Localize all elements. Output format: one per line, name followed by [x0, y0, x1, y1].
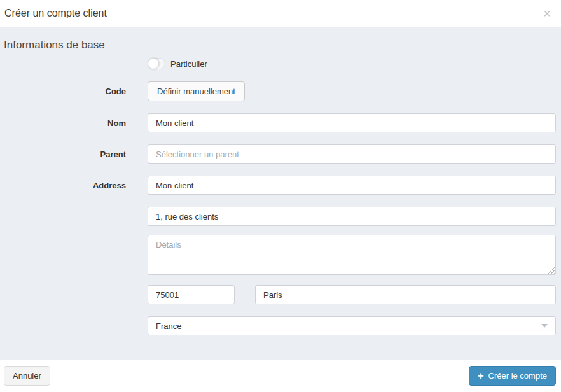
country-row: France — [4, 316, 556, 335]
nom-input[interactable] — [148, 113, 556, 132]
details-textarea-wrap — [148, 235, 556, 275]
country-select-value: France — [156, 321, 181, 331]
postal-city-control — [148, 285, 556, 304]
details-textarea[interactable] — [148, 235, 556, 275]
code-label: Code — [4, 87, 126, 96]
modal-body: Informations de base Particulier Code Dé… — [0, 27, 561, 360]
address-control — [148, 176, 556, 195]
street-row — [4, 207, 556, 226]
postal-code-input[interactable] — [148, 285, 235, 304]
parent-input[interactable] — [148, 144, 556, 164]
parent-control — [148, 144, 556, 164]
modal-header: Créer un compte client × — [0, 0, 561, 27]
define-manually-button[interactable]: Définir manuellement — [148, 81, 245, 101]
nom-control — [148, 113, 556, 132]
parent-row: Parent — [4, 144, 556, 164]
street-input[interactable] — [148, 207, 556, 226]
parent-label: Parent — [4, 150, 126, 159]
particulier-row: Particulier — [4, 58, 556, 69]
address-name-input[interactable] — [148, 176, 556, 195]
country-select[interactable]: France — [148, 316, 556, 335]
country-control: France — [148, 316, 556, 335]
details-control — [148, 235, 556, 275]
postal-city-row — [4, 285, 556, 304]
section-title: Informations de base — [4, 38, 556, 52]
street-control — [148, 207, 556, 226]
city-input[interactable] — [255, 285, 556, 304]
cancel-button[interactable]: Annuler — [4, 366, 50, 386]
address-row: Address — [4, 176, 556, 195]
modal-footer: Annuler + Créer le compte — [0, 360, 561, 392]
code-control: Définir manuellement — [148, 81, 556, 101]
close-icon[interactable]: × — [543, 7, 551, 20]
toggle-knob-icon — [148, 58, 159, 69]
nom-row: Nom — [4, 113, 556, 132]
particulier-toggle-label: Particulier — [170, 59, 207, 69]
nom-label: Nom — [4, 118, 126, 128]
address-label: Address — [4, 181, 126, 190]
particulier-toggle[interactable] — [148, 58, 165, 69]
particulier-control: Particulier — [148, 58, 556, 69]
create-account-button[interactable]: + Créer le compte — [469, 366, 556, 386]
details-row — [4, 235, 556, 275]
create-client-account-modal: Créer un compte client × Informations de… — [0, 0, 561, 392]
chevron-down-icon — [541, 324, 548, 328]
create-account-button-label: Créer le compte — [488, 371, 547, 381]
plus-icon: + — [478, 371, 483, 381]
code-row: Code Définir manuellement — [4, 81, 556, 101]
modal-title: Créer un compte client — [4, 8, 107, 19]
